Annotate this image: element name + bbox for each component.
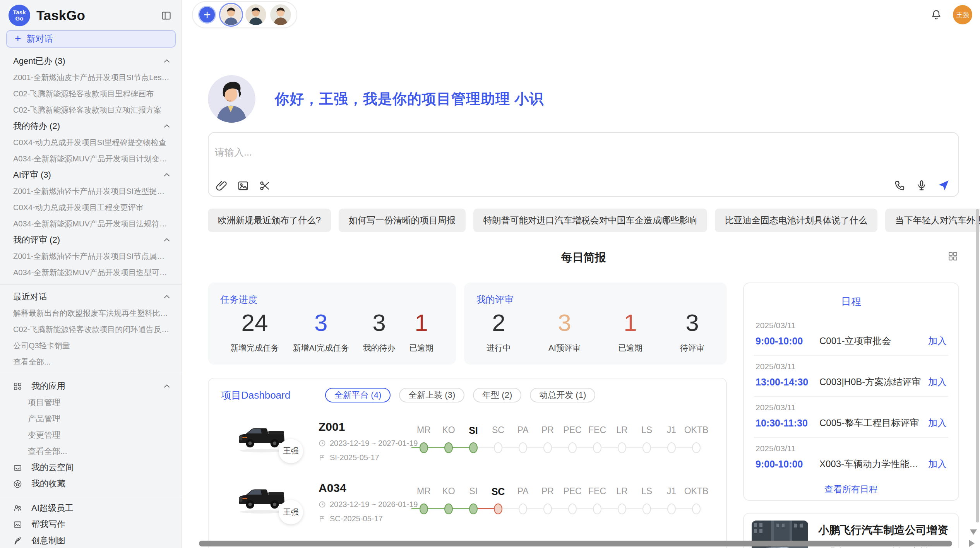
notification-bell-icon[interactable] bbox=[930, 9, 942, 21]
dashboard-tab[interactable]: 年型 (2) bbox=[473, 388, 521, 402]
sidebar-tool-ai-staff[interactable]: AI超级员工 bbox=[0, 500, 182, 516]
sidebar-task-item[interactable]: C0X4-动力总成开发项目工程变更评审 bbox=[0, 199, 182, 216]
recent-chat-item[interactable]: 公司Q3轻卡销量 bbox=[0, 337, 182, 354]
stat-item[interactable]: 1已逾期 bbox=[409, 309, 433, 353]
recent-chat-item[interactable]: 解释最新出台的欧盟报废车法规再生塑料比例被调至15%... bbox=[0, 305, 182, 321]
event-join-link[interactable]: 加入 bbox=[928, 376, 947, 388]
sidebar-task-item[interactable]: C02-飞腾新能源轻客改款项目里程碑画布 bbox=[0, 86, 182, 102]
project-row[interactable]: 王强A0342023-12-19 ~ 2026-01-19SC-2025-05-… bbox=[209, 473, 726, 534]
stat-item[interactable]: 2进行中 bbox=[487, 309, 511, 353]
layout-grid-icon[interactable] bbox=[947, 251, 958, 262]
event-join-link[interactable]: 加入 bbox=[928, 417, 947, 429]
stat-value: 1 bbox=[618, 309, 642, 336]
sidebar-section-3[interactable]: 我的评审 (2) bbox=[0, 232, 182, 248]
app-item[interactable]: 产品管理 bbox=[0, 411, 182, 427]
view-all-schedule-link[interactable]: 查看所有日程 bbox=[754, 483, 948, 495]
scroll-right-arrow[interactable] bbox=[969, 540, 975, 547]
milestone-dot-PEC[interactable] bbox=[568, 442, 577, 453]
milestone-dot-OKTB[interactable] bbox=[692, 503, 701, 514]
sidebar-task-item[interactable]: A034-全新新能源MUV产品开发项目计划变更表编写 bbox=[0, 151, 182, 167]
dashboard-tab[interactable]: 动总开发 (1) bbox=[530, 388, 595, 402]
milestone-dot-OKTB[interactable] bbox=[692, 442, 701, 453]
apps-view-all-link[interactable]: 查看全部... bbox=[0, 443, 182, 459]
microphone-icon[interactable] bbox=[916, 180, 927, 191]
horizontal-scrollbar[interactable] bbox=[199, 541, 952, 546]
milestone-dot-SI[interactable] bbox=[469, 442, 478, 453]
suggestion-chip[interactable]: 特朗普可能对进口汽车增税会对中国车企造成哪些影响 bbox=[473, 209, 707, 232]
milestone-dot-LR[interactable] bbox=[618, 442, 626, 453]
sidebar-tool-write[interactable]: 帮我写作 bbox=[0, 516, 182, 533]
sidebar-recent-chats[interactable]: 最近对话 bbox=[0, 289, 182, 305]
dashboard-tab[interactable]: 全新上装 (3) bbox=[399, 388, 464, 402]
sidebar-task-item[interactable]: Z001-全新燃油轻卡产品开发项目SI节点属性5D文件评审 bbox=[0, 248, 182, 264]
sidebar-task-item[interactable]: C0X4-动力总成开发项目SI里程碑提交物检查 bbox=[0, 134, 182, 151]
milestone-dot-SC[interactable] bbox=[494, 442, 502, 453]
sidebar-task-item[interactable]: A034-全新新能源MUV产品开发项目造型可行性评审 bbox=[0, 264, 182, 281]
milestone-dot-FEC[interactable] bbox=[593, 503, 601, 514]
milestone-dot-PA[interactable] bbox=[519, 442, 527, 453]
sidebar-section-2[interactable]: AI评审 (3) bbox=[0, 167, 182, 183]
user-avatar[interactable]: 王强 bbox=[953, 5, 972, 24]
milestone-dot-LR[interactable] bbox=[618, 503, 626, 514]
sidebar-collapse-icon[interactable] bbox=[161, 10, 171, 21]
project-owner-badge: 王强 bbox=[279, 500, 303, 524]
suggestion-chip[interactable]: 欧洲新规最近颁布了什么? bbox=[208, 209, 331, 232]
chat-input[interactable] bbox=[215, 146, 873, 173]
milestone-dot-SI[interactable] bbox=[469, 503, 478, 514]
attachment-icon[interactable] bbox=[216, 180, 227, 192]
sidebar-task-item[interactable]: Z001-全新燃油皮卡产品开发项目SI节点Lesson Learn报告 bbox=[0, 69, 182, 86]
app-item[interactable]: 项目管理 bbox=[0, 394, 182, 411]
suggestion-chip[interactable]: 比亚迪全固态电池计划具体说了什么 bbox=[715, 209, 877, 232]
stat-grid: 24新增完成任务3新增AI完成任务3我的待办1已逾期 bbox=[208, 309, 456, 353]
stat-item[interactable]: 1已逾期 bbox=[618, 309, 642, 353]
sidebar-section-0[interactable]: Agent已办 (3) bbox=[0, 53, 182, 69]
recent-chat-item[interactable]: C02-飞腾新能源轻客改款项目的闭环通告反馈情况 bbox=[0, 321, 182, 337]
scroll-down-arrow[interactable] bbox=[970, 529, 977, 535]
avatar-3[interactable] bbox=[270, 4, 291, 25]
sidebar-tool-draw[interactable]: 创意制图 bbox=[0, 533, 182, 548]
stat-item[interactable]: 3AI预评审 bbox=[548, 309, 581, 353]
dashboard-tab[interactable]: 全新平台 (4) bbox=[325, 388, 391, 402]
suggestion-chip[interactable]: 当下年轻人对汽车外观有怎样的喜好趋势 bbox=[885, 209, 980, 232]
avatar-1[interactable] bbox=[221, 4, 242, 25]
avatar-2[interactable] bbox=[245, 4, 266, 25]
milestone-dot-FEC[interactable] bbox=[593, 442, 601, 453]
new-chat-button[interactable]: + 新对话 bbox=[6, 30, 176, 48]
milestone-dot-SC[interactable] bbox=[494, 503, 502, 514]
app-item[interactable]: 变更管理 bbox=[0, 427, 182, 443]
event-join-link[interactable]: 加入 bbox=[928, 458, 947, 470]
stat-item[interactable]: 3新增AI完成任务 bbox=[293, 309, 349, 353]
sidebar-favorites[interactable]: 我的收藏 bbox=[0, 476, 182, 492]
add-session-button[interactable]: + bbox=[198, 6, 216, 24]
vertical-scrollbar[interactable] bbox=[976, 209, 979, 522]
sidebar-my-apps[interactable]: 我的应用 bbox=[0, 378, 182, 394]
event-join-link[interactable]: 加入 bbox=[928, 335, 947, 347]
milestone-dot-PR[interactable] bbox=[543, 442, 552, 453]
milestone-dot-J1[interactable] bbox=[667, 503, 676, 514]
phone-call-icon[interactable] bbox=[894, 180, 906, 191]
milestone-dot-PR[interactable] bbox=[543, 503, 552, 514]
suggestion-chip[interactable]: 如何写一份清晰的项目周报 bbox=[339, 209, 466, 232]
sidebar-cloud-space[interactable]: 我的云空间 bbox=[0, 459, 182, 476]
stat-item[interactable]: 24新增完成任务 bbox=[230, 309, 279, 353]
project-row[interactable]: 王强Z0012023-12-19 ~ 2027-01-19SI-2025-05-… bbox=[209, 412, 726, 473]
stat-item[interactable]: 3待评审 bbox=[680, 309, 704, 353]
milestone-dot-LS[interactable] bbox=[642, 442, 651, 453]
recent-view-all-link[interactable]: 查看全部... bbox=[0, 354, 182, 370]
milestone-dot-PEC[interactable] bbox=[568, 503, 577, 514]
milestone-dot-MR[interactable] bbox=[420, 503, 428, 514]
send-icon[interactable] bbox=[937, 179, 950, 192]
milestone-dot-MR[interactable] bbox=[420, 442, 428, 453]
milestone-dot-J1[interactable] bbox=[667, 442, 676, 453]
milestone-dot-KO[interactable] bbox=[444, 442, 453, 453]
sidebar-section-1[interactable]: 我的待办 (2) bbox=[0, 118, 182, 134]
sidebar-task-item[interactable]: A034-全新新能源MUV产品开发项目法规符合性评审 bbox=[0, 216, 182, 232]
milestone-dot-KO[interactable] bbox=[444, 503, 453, 514]
milestone-dot-PA[interactable] bbox=[519, 503, 527, 514]
scissors-icon[interactable] bbox=[259, 180, 271, 192]
sidebar-task-item[interactable]: Z001-全新燃油轻卡产品开发项目SI造型提交物评审 bbox=[0, 183, 182, 199]
sidebar-task-item[interactable]: C02-飞腾新能源轻客改款项目立项汇报方案 bbox=[0, 102, 182, 118]
milestone-dot-LS[interactable] bbox=[642, 503, 651, 514]
image-upload-icon[interactable] bbox=[237, 180, 249, 192]
stat-item[interactable]: 3我的待办 bbox=[363, 309, 396, 353]
